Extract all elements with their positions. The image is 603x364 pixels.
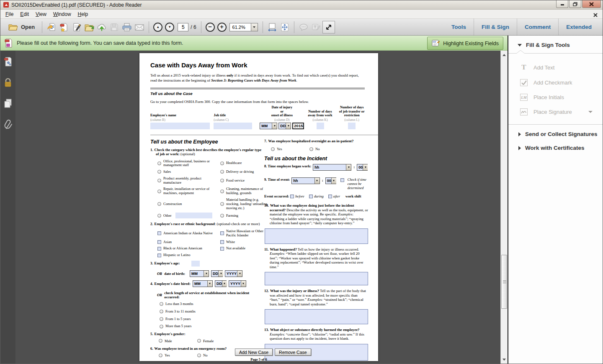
page-thumbnails-icon[interactable] [3, 56, 13, 67]
radio-button[interactable] [220, 190, 224, 193]
menu-edit[interactable]: Edit [17, 10, 32, 18]
radio-button[interactable] [159, 339, 162, 343]
minimize-button[interactable] [556, 0, 568, 8]
fit-width-button[interactable] [266, 21, 278, 33]
hired-month-dropdown[interactable]: MM [193, 280, 213, 287]
radio-button[interactable] [157, 179, 161, 182]
attachments-icon[interactable] [3, 119, 13, 132]
q11-answer-field[interactable] [265, 272, 368, 285]
page-number-input[interactable]: 5 [178, 23, 188, 31]
radio-button[interactable] [157, 190, 161, 193]
injury-month-dropdown[interactable]: MM [260, 123, 277, 129]
days-restricted-field[interactable] [348, 123, 356, 129]
document-scrollbar[interactable] [500, 51, 508, 364]
radio-button[interactable] [160, 302, 163, 306]
add-new-case-button[interactable]: Add New Case [235, 349, 273, 356]
dob-year-dropdown[interactable]: YYYY [225, 270, 242, 277]
tab-fill-and-sign[interactable]: Fill & Sign [474, 19, 517, 35]
open-button[interactable]: Open [4, 21, 39, 33]
checkbox[interactable] [220, 247, 224, 251]
menu-file[interactable]: File [2, 10, 17, 18]
text-markup-button[interactable] [310, 21, 322, 33]
radio-button[interactable] [157, 214, 161, 218]
dob-day-dropdown[interactable]: DD [211, 270, 223, 277]
place-signature-tool[interactable]: Place Signature [508, 105, 603, 119]
add-text-tool[interactable]: T Add Text [508, 59, 603, 75]
sign-document-button[interactable] [70, 21, 83, 33]
checkbox[interactable] [220, 231, 224, 235]
previous-page-button[interactable]: ▲ [153, 23, 162, 32]
comment-button[interactable] [297, 21, 310, 33]
tab-tools[interactable]: Tools [444, 19, 474, 35]
menubar-close-icon[interactable] [593, 11, 598, 19]
work-with-certificates-section[interactable]: Work with Certificates [508, 141, 603, 155]
radio-button[interactable] [197, 354, 201, 357]
radio-button[interactable] [220, 170, 224, 174]
event-hour-dropdown[interactable]: hh [291, 177, 320, 184]
scroll-up-button[interactable] [501, 51, 508, 58]
checkbox[interactable] [157, 240, 161, 244]
cloud-upload-button[interactable] [95, 21, 108, 33]
remove-case-button[interactable]: Remove Case [275, 349, 311, 356]
menu-help[interactable]: Help [75, 10, 92, 18]
highlight-existing-fields-button[interactable]: Highlight Existing Fields [427, 37, 503, 50]
share-file-button[interactable] [45, 21, 58, 33]
radio-button[interactable] [159, 354, 162, 357]
began-work-minute-dropdown[interactable]: 00 [357, 164, 368, 171]
print-button[interactable] [121, 21, 133, 33]
save-button[interactable] [108, 21, 121, 33]
zoom-dropdown-button[interactable] [251, 23, 258, 31]
radio-button[interactable] [160, 310, 163, 313]
after-shift-checkbox[interactable] [328, 195, 332, 198]
q12-answer-field[interactable] [265, 309, 368, 324]
injury-day-dropdown[interactable]: DD [278, 123, 291, 129]
checkbox[interactable] [157, 231, 161, 235]
radio-button[interactable] [220, 179, 224, 182]
zoom-in-button[interactable]: + [217, 23, 227, 32]
fit-page-button[interactable] [278, 21, 291, 33]
during-shift-checkbox[interactable] [309, 195, 313, 198]
radio-button[interactable] [220, 161, 224, 165]
checkbox[interactable] [157, 254, 161, 257]
time-undetermined-checkbox[interactable] [340, 178, 344, 182]
checkbox[interactable] [220, 240, 224, 244]
radio-button[interactable] [309, 147, 313, 151]
zoom-out-button[interactable]: − [206, 23, 215, 32]
other-job-field[interactable] [175, 213, 212, 218]
restore-button[interactable] [569, 0, 581, 8]
radio-button[interactable] [157, 202, 161, 206]
fullscreen-button[interactable] [322, 21, 335, 33]
radio-button[interactable] [157, 170, 161, 174]
hired-day-dropdown[interactable]: DD [215, 280, 227, 287]
scrollbar-thumb[interactable] [501, 255, 507, 309]
send-collect-signatures-section[interactable]: Send or Collect Signatures [508, 127, 603, 141]
security-lock-icon[interactable] [3, 77, 13, 88]
dob-month-dropdown[interactable]: MM [190, 270, 209, 277]
send-folder-button[interactable] [83, 21, 95, 33]
job-title-field[interactable] [214, 123, 252, 129]
tab-extended[interactable]: Extended [558, 19, 599, 35]
days-away-field[interactable] [317, 123, 324, 129]
before-shift-checkbox[interactable] [290, 195, 294, 198]
scroll-down-button[interactable] [501, 356, 508, 363]
radio-button[interactable] [160, 317, 163, 321]
q10-answer-field[interactable] [265, 228, 368, 244]
email-button[interactable] [133, 21, 146, 33]
radio-button[interactable] [271, 147, 275, 151]
create-pdf-button[interactable] [58, 21, 70, 33]
event-minute-dropdown[interactable]: 00 [325, 177, 336, 184]
tab-comment[interactable]: Comment [517, 19, 558, 35]
menu-view[interactable]: View [32, 10, 50, 18]
radio-button[interactable] [160, 325, 163, 328]
add-checkmark-tool[interactable]: Add Checkmark [508, 75, 603, 90]
pages-panel-icon[interactable] [3, 98, 13, 109]
checkbox[interactable] [157, 247, 161, 251]
hired-year-dropdown[interactable]: YYYY [229, 280, 246, 287]
radio-button[interactable] [220, 202, 224, 206]
employee-age-field[interactable] [191, 261, 200, 267]
radio-button[interactable] [157, 161, 161, 165]
chevron-down-icon[interactable] [588, 111, 593, 113]
place-initials-tool[interactable]: LM Place Initials [508, 90, 603, 105]
employee-name-field[interactable] [150, 123, 210, 129]
zoom-level-input[interactable]: 61.2% [229, 23, 251, 31]
